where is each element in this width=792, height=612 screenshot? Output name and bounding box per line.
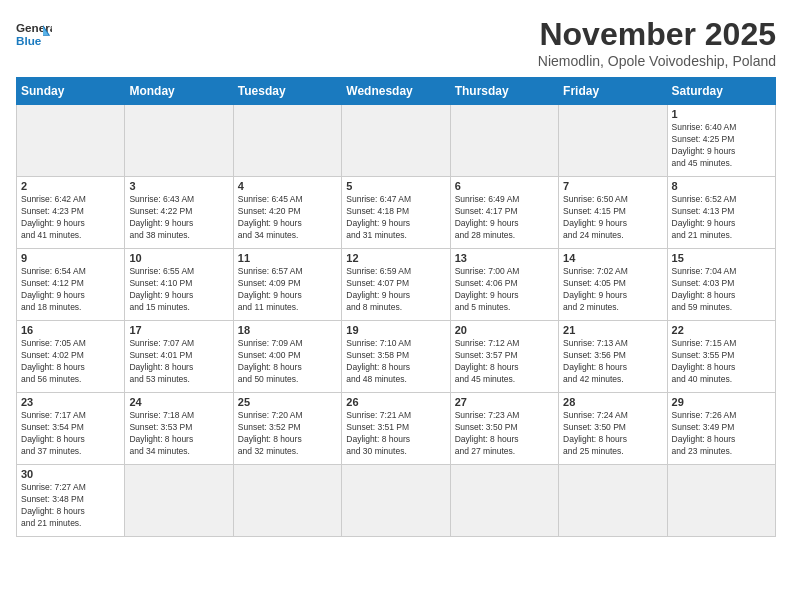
day-number: 9 (21, 252, 120, 264)
calendar-cell: 17Sunrise: 7:07 AM Sunset: 4:01 PM Dayli… (125, 321, 233, 393)
calendar-cell: 13Sunrise: 7:00 AM Sunset: 4:06 PM Dayli… (450, 249, 558, 321)
calendar-subtitle: Niemodlin, Opole Voivodeship, Poland (538, 53, 776, 69)
weekday-header-saturday: Saturday (667, 78, 775, 105)
day-number: 14 (563, 252, 662, 264)
day-number: 7 (563, 180, 662, 192)
calendar-cell: 19Sunrise: 7:10 AM Sunset: 3:58 PM Dayli… (342, 321, 450, 393)
day-info: Sunrise: 6:42 AM Sunset: 4:23 PM Dayligh… (21, 194, 120, 242)
day-number: 20 (455, 324, 554, 336)
title-block: November 2025 Niemodlin, Opole Voivodesh… (538, 16, 776, 69)
day-info: Sunrise: 6:47 AM Sunset: 4:18 PM Dayligh… (346, 194, 445, 242)
calendar-cell (17, 105, 125, 177)
calendar-cell: 21Sunrise: 7:13 AM Sunset: 3:56 PM Dayli… (559, 321, 667, 393)
calendar-cell (125, 465, 233, 537)
calendar-cell: 16Sunrise: 7:05 AM Sunset: 4:02 PM Dayli… (17, 321, 125, 393)
calendar-cell: 25Sunrise: 7:20 AM Sunset: 3:52 PM Dayli… (233, 393, 341, 465)
day-info: Sunrise: 6:57 AM Sunset: 4:09 PM Dayligh… (238, 266, 337, 314)
day-number: 17 (129, 324, 228, 336)
day-info: Sunrise: 6:43 AM Sunset: 4:22 PM Dayligh… (129, 194, 228, 242)
day-number: 30 (21, 468, 120, 480)
calendar-cell: 6Sunrise: 6:49 AM Sunset: 4:17 PM Daylig… (450, 177, 558, 249)
day-info: Sunrise: 7:00 AM Sunset: 4:06 PM Dayligh… (455, 266, 554, 314)
day-info: Sunrise: 7:07 AM Sunset: 4:01 PM Dayligh… (129, 338, 228, 386)
day-number: 8 (672, 180, 771, 192)
calendar-cell (233, 105, 341, 177)
svg-text:Blue: Blue (16, 34, 42, 47)
calendar-cell: 30Sunrise: 7:27 AM Sunset: 3:48 PM Dayli… (17, 465, 125, 537)
day-info: Sunrise: 7:04 AM Sunset: 4:03 PM Dayligh… (672, 266, 771, 314)
day-info: Sunrise: 7:02 AM Sunset: 4:05 PM Dayligh… (563, 266, 662, 314)
day-number: 21 (563, 324, 662, 336)
day-number: 3 (129, 180, 228, 192)
day-number: 2 (21, 180, 120, 192)
day-number: 27 (455, 396, 554, 408)
calendar-week-row: 9Sunrise: 6:54 AM Sunset: 4:12 PM Daylig… (17, 249, 776, 321)
calendar-cell (559, 105, 667, 177)
day-info: Sunrise: 7:13 AM Sunset: 3:56 PM Dayligh… (563, 338, 662, 386)
day-info: Sunrise: 6:54 AM Sunset: 4:12 PM Dayligh… (21, 266, 120, 314)
calendar-cell (450, 465, 558, 537)
day-info: Sunrise: 7:12 AM Sunset: 3:57 PM Dayligh… (455, 338, 554, 386)
calendar-cell: 2Sunrise: 6:42 AM Sunset: 4:23 PM Daylig… (17, 177, 125, 249)
day-number: 22 (672, 324, 771, 336)
day-number: 10 (129, 252, 228, 264)
weekday-header-sunday: Sunday (17, 78, 125, 105)
weekday-header-monday: Monday (125, 78, 233, 105)
calendar-week-row: 16Sunrise: 7:05 AM Sunset: 4:02 PM Dayli… (17, 321, 776, 393)
day-info: Sunrise: 7:15 AM Sunset: 3:55 PM Dayligh… (672, 338, 771, 386)
day-info: Sunrise: 6:52 AM Sunset: 4:13 PM Dayligh… (672, 194, 771, 242)
day-info: Sunrise: 7:10 AM Sunset: 3:58 PM Dayligh… (346, 338, 445, 386)
day-number: 25 (238, 396, 337, 408)
calendar-cell: 8Sunrise: 6:52 AM Sunset: 4:13 PM Daylig… (667, 177, 775, 249)
day-number: 12 (346, 252, 445, 264)
calendar-cell: 26Sunrise: 7:21 AM Sunset: 3:51 PM Dayli… (342, 393, 450, 465)
calendar-week-row: 23Sunrise: 7:17 AM Sunset: 3:54 PM Dayli… (17, 393, 776, 465)
weekday-header-row: SundayMondayTuesdayWednesdayThursdayFrid… (17, 78, 776, 105)
day-info: Sunrise: 7:05 AM Sunset: 4:02 PM Dayligh… (21, 338, 120, 386)
day-info: Sunrise: 7:20 AM Sunset: 3:52 PM Dayligh… (238, 410, 337, 458)
calendar-cell: 29Sunrise: 7:26 AM Sunset: 3:49 PM Dayli… (667, 393, 775, 465)
day-number: 15 (672, 252, 771, 264)
header: General Blue November 2025 Niemodlin, Op… (16, 16, 776, 69)
day-info: Sunrise: 7:27 AM Sunset: 3:48 PM Dayligh… (21, 482, 120, 530)
calendar-cell (450, 105, 558, 177)
day-info: Sunrise: 6:50 AM Sunset: 4:15 PM Dayligh… (563, 194, 662, 242)
day-number: 23 (21, 396, 120, 408)
day-number: 24 (129, 396, 228, 408)
day-info: Sunrise: 6:49 AM Sunset: 4:17 PM Dayligh… (455, 194, 554, 242)
weekday-header-wednesday: Wednesday (342, 78, 450, 105)
day-info: Sunrise: 7:21 AM Sunset: 3:51 PM Dayligh… (346, 410, 445, 458)
calendar-week-row: 30Sunrise: 7:27 AM Sunset: 3:48 PM Dayli… (17, 465, 776, 537)
calendar-title: November 2025 (538, 16, 776, 53)
calendar-cell: 15Sunrise: 7:04 AM Sunset: 4:03 PM Dayli… (667, 249, 775, 321)
calendar-table: SundayMondayTuesdayWednesdayThursdayFrid… (16, 77, 776, 537)
day-number: 18 (238, 324, 337, 336)
calendar-cell (125, 105, 233, 177)
calendar-cell: 5Sunrise: 6:47 AM Sunset: 4:18 PM Daylig… (342, 177, 450, 249)
calendar-cell (559, 465, 667, 537)
calendar-cell: 11Sunrise: 6:57 AM Sunset: 4:09 PM Dayli… (233, 249, 341, 321)
day-info: Sunrise: 7:17 AM Sunset: 3:54 PM Dayligh… (21, 410, 120, 458)
day-number: 19 (346, 324, 445, 336)
weekday-header-tuesday: Tuesday (233, 78, 341, 105)
day-number: 11 (238, 252, 337, 264)
weekday-header-thursday: Thursday (450, 78, 558, 105)
calendar-week-row: 2Sunrise: 6:42 AM Sunset: 4:23 PM Daylig… (17, 177, 776, 249)
day-info: Sunrise: 7:09 AM Sunset: 4:00 PM Dayligh… (238, 338, 337, 386)
day-number: 29 (672, 396, 771, 408)
calendar-cell: 27Sunrise: 7:23 AM Sunset: 3:50 PM Dayli… (450, 393, 558, 465)
calendar-cell: 20Sunrise: 7:12 AM Sunset: 3:57 PM Dayli… (450, 321, 558, 393)
calendar-cell (342, 105, 450, 177)
day-number: 1 (672, 108, 771, 120)
calendar-cell: 7Sunrise: 6:50 AM Sunset: 4:15 PM Daylig… (559, 177, 667, 249)
day-info: Sunrise: 7:23 AM Sunset: 3:50 PM Dayligh… (455, 410, 554, 458)
day-info: Sunrise: 6:59 AM Sunset: 4:07 PM Dayligh… (346, 266, 445, 314)
calendar-cell: 1Sunrise: 6:40 AM Sunset: 4:25 PM Daylig… (667, 105, 775, 177)
weekday-header-friday: Friday (559, 78, 667, 105)
day-info: Sunrise: 6:40 AM Sunset: 4:25 PM Dayligh… (672, 122, 771, 170)
calendar-cell: 22Sunrise: 7:15 AM Sunset: 3:55 PM Dayli… (667, 321, 775, 393)
calendar-cell: 10Sunrise: 6:55 AM Sunset: 4:10 PM Dayli… (125, 249, 233, 321)
calendar-cell: 4Sunrise: 6:45 AM Sunset: 4:20 PM Daylig… (233, 177, 341, 249)
day-number: 16 (21, 324, 120, 336)
calendar-cell: 24Sunrise: 7:18 AM Sunset: 3:53 PM Dayli… (125, 393, 233, 465)
